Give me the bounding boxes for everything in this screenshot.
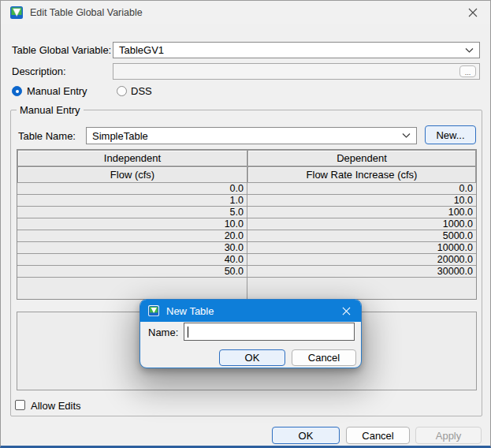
table-cell[interactable]: 0.0 (17, 183, 247, 195)
table-cell[interactable]: 20.0 (17, 230, 247, 242)
table-cell[interactable]: 10.0 (247, 195, 476, 207)
column-header[interactable]: Flow Rate Increase (cfs) (247, 166, 476, 183)
description-label: Description: (12, 65, 66, 77)
dss-radio-label: DSS (131, 85, 152, 97)
table-name-label: Table Name: (18, 130, 76, 142)
table-cell[interactable]: 1000.0 (247, 218, 476, 230)
manual-entry-group-title: Manual Entry (17, 104, 84, 116)
table-header-row: Flow (cfs) Flow Rate Increase (cfs) (17, 166, 476, 183)
table-cell[interactable]: 0.0 (247, 183, 476, 195)
table-cell[interactable]: 30000.0 (247, 266, 476, 278)
table-row: 40.020000.0 (17, 254, 476, 266)
app-icon (10, 6, 23, 19)
table-cell[interactable]: 5.0 (17, 207, 247, 218)
allow-edits-label: Allow Edits (31, 400, 81, 412)
table-cell[interactable]: 10000.0 (247, 242, 476, 254)
dss-radio[interactable] (117, 86, 127, 96)
new-table-ok-button[interactable]: OK (219, 349, 285, 366)
table: Independent Dependent Flow (cfs) Flow Ra… (17, 149, 477, 300)
table-header-row: Independent Dependent (17, 150, 476, 166)
new-table-dialog: New Table Name: OK Cancel (139, 299, 362, 368)
window-title: Edit Table Global Variable (30, 7, 143, 18)
column-header[interactable]: Flow (cfs) (17, 166, 247, 183)
table-row: 50.030000.0 (17, 266, 476, 278)
close-icon[interactable] (455, 1, 490, 24)
table-cell[interactable]: 30.0 (17, 242, 247, 254)
table-row: 0.00.0 (17, 183, 476, 195)
table-cell[interactable]: 100.0 (247, 207, 476, 218)
table-global-variable-label: Table Global Variable: (12, 44, 111, 56)
title-bar: Edit Table Global Variable (1, 1, 490, 24)
close-icon[interactable] (336, 302, 356, 319)
new-table-dialog-title: New Table (166, 305, 214, 317)
column-header[interactable]: Dependent (247, 150, 476, 166)
table-row: 30.010000.0 (17, 242, 476, 254)
table-row: 20.05000.0 (17, 230, 476, 242)
table-cell[interactable]: 50.0 (17, 266, 247, 278)
manual-entry-radio[interactable] (12, 86, 22, 96)
cancel-button[interactable]: Cancel (346, 427, 410, 444)
description-browse-button[interactable]: ... (459, 65, 476, 77)
table-cell[interactable]: 1.0 (17, 195, 247, 207)
new-table-title-bar: New Table (140, 300, 361, 322)
description-field[interactable]: ... (113, 63, 480, 80)
name-label: Name: (148, 327, 178, 338)
ok-button[interactable]: OK (272, 427, 340, 444)
table-row: 5.0100.0 (17, 207, 476, 218)
column-header[interactable]: Independent (17, 150, 247, 166)
table-name-value: SimpleTable (92, 130, 148, 142)
chevron-down-icon (465, 48, 474, 53)
chevron-down-icon (402, 133, 411, 138)
new-table-cancel-button[interactable]: Cancel (292, 349, 356, 366)
table-global-variable-combobox[interactable]: TableGV1 (113, 42, 480, 58)
empty-row (17, 278, 476, 299)
table-name-combobox[interactable]: SimpleTable (86, 127, 417, 144)
table-cell[interactable]: 40.0 (17, 254, 247, 266)
table-cell[interactable]: 10.0 (17, 218, 247, 230)
table-row: 10.01000.0 (17, 218, 476, 230)
table-cell[interactable]: 20000.0 (247, 254, 476, 266)
name-input[interactable] (184, 323, 355, 341)
table-global-variable-value: TableGV1 (119, 44, 164, 56)
new-table-button[interactable]: New... (425, 125, 476, 144)
table-cell[interactable]: 5000.0 (247, 230, 476, 242)
manual-entry-radio-label: Manual Entry (27, 85, 87, 97)
table-row: 1.010.0 (17, 195, 476, 207)
allow-edits-checkbox[interactable] (15, 400, 25, 410)
edit-table-global-variable-dialog: Edit Table Global Variable Table Global … (0, 0, 491, 448)
app-icon (148, 305, 159, 316)
apply-button[interactable]: Apply (415, 427, 482, 444)
